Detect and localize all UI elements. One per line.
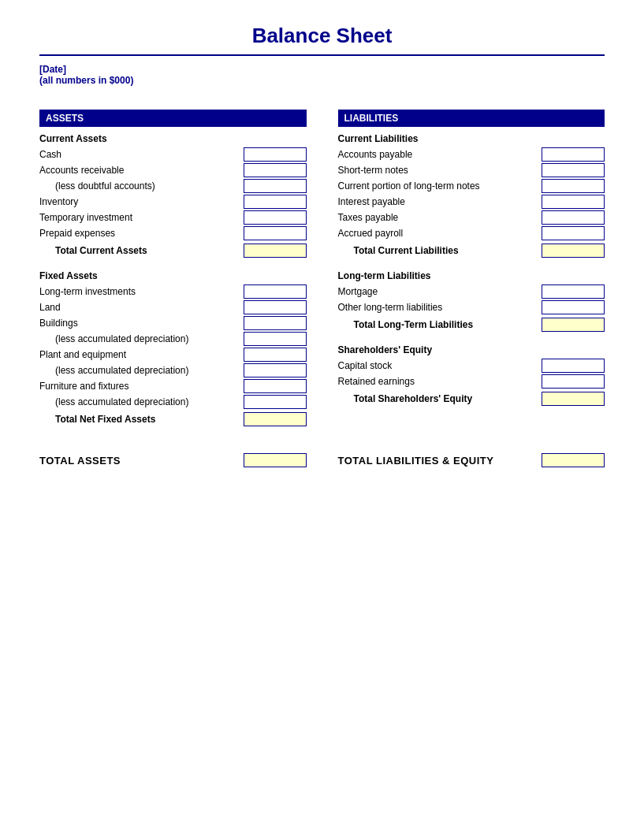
other-longterm-input[interactable] [542,300,605,314]
liabilities-column: LIABILITIES Current Liabilities Accounts… [338,110,605,433]
longterm-liabilities-title: Long-term Liabilities [338,270,605,281]
total-current-assets-line: Total Current Assets [39,244,307,258]
total-longterm-liabilities-input[interactable] [542,318,605,332]
list-item: Plant and equipment [39,348,307,362]
total-current-liabilities-line: Total Current Liabilities [338,244,605,258]
total-liabilities-equity-input[interactable] [542,453,605,467]
list-item: Prepaid expenses [39,226,307,240]
current-portion-longterm-input[interactable] [542,179,605,193]
long-term-investments-input[interactable] [244,284,307,299]
list-item: Buildings [39,316,307,330]
list-item: Cash [39,147,307,162]
less-accum-dep-plant-input[interactable] [244,363,307,377]
list-item: (less doubtful accounts) [39,179,307,193]
list-item: Capital stock [338,359,605,373]
total-longterm-liabilities-line: Total Long-Term Liabilities [338,318,605,332]
list-item: Short-term notes [338,163,605,177]
cash-input[interactable] [244,147,307,162]
assets-header: ASSETS [39,110,307,127]
list-item: Accounts payable [338,147,605,162]
mortgage-input[interactable] [542,284,605,299]
retained-earnings-input[interactable] [542,374,605,389]
accounts-receivable-input[interactable] [244,163,307,177]
land-input[interactable] [244,300,307,314]
capital-stock-input[interactable] [542,359,605,373]
total-assets-input[interactable] [244,453,307,467]
plant-equipment-input[interactable] [244,348,307,362]
inventory-input[interactable] [244,195,307,209]
shareholders-equity-title: Shareholders' Equity [338,344,605,355]
list-item: Taxes payable [338,210,605,225]
list-item: Furniture and fixtures [39,379,307,393]
list-item: Temporary investment [39,210,307,225]
list-item: Current portion of long-term notes [338,179,605,193]
list-item: (less accumulated depreciation) [39,395,307,409]
list-item: Inventory [39,195,307,209]
total-shareholders-equity-input[interactable] [542,392,605,406]
list-item: Long-term investments [39,284,307,299]
total-assets-line: TOTAL ASSETS [39,448,307,467]
furniture-fixtures-input[interactable] [244,379,307,393]
page-title: Balance Sheet [39,24,605,56]
total-net-fixed-assets-input[interactable] [244,412,307,426]
total-current-liabilities-input[interactable] [542,244,605,258]
accounts-payable-input[interactable] [542,147,605,162]
list-item: Other long-term liabilities [338,300,605,314]
current-liabilities-title: Current Liabilities [338,133,605,144]
total-current-assets-input[interactable] [244,244,307,258]
less-accum-dep-buildings-input[interactable] [244,332,307,346]
current-assets-title: Current Assets [39,133,307,144]
buildings-input[interactable] [244,316,307,330]
list-item: Land [39,300,307,314]
assets-column: ASSETS Current Assets Cash Accounts rece… [39,110,307,433]
total-liabilities-equity-line: TOTAL LIABILITIES & EQUITY [338,448,605,467]
list-item: Mortgage [338,284,605,299]
list-item: Accounts receivable [39,163,307,177]
list-item: (less accumulated depreciation) [39,363,307,377]
interest-payable-input[interactable] [542,195,605,209]
less-accum-dep-furniture-input[interactable] [244,395,307,409]
list-item: Retained earnings [338,374,605,389]
less-doubtful-input[interactable] [244,179,307,193]
accrued-payroll-input[interactable] [542,226,605,240]
list-item: (less accumulated depreciation) [39,332,307,346]
short-term-notes-input[interactable] [542,163,605,177]
total-shareholders-equity-line: Total Shareholders' Equity [338,392,605,406]
subtitle: [Date] (all numbers in $000) [39,64,605,86]
fixed-assets-title: Fixed Assets [39,270,307,281]
taxes-payable-input[interactable] [542,210,605,225]
list-item: Interest payable [338,195,605,209]
prepaid-expenses-input[interactable] [244,226,307,240]
bottom-totals: TOTAL ASSETS TOTAL LIABILITIES & EQUITY [39,448,605,467]
temporary-investment-input[interactable] [244,210,307,225]
total-net-fixed-assets-line: Total Net Fixed Assets [39,412,307,426]
liabilities-header: LIABILITIES [338,110,605,127]
list-item: Accrued payroll [338,226,605,240]
